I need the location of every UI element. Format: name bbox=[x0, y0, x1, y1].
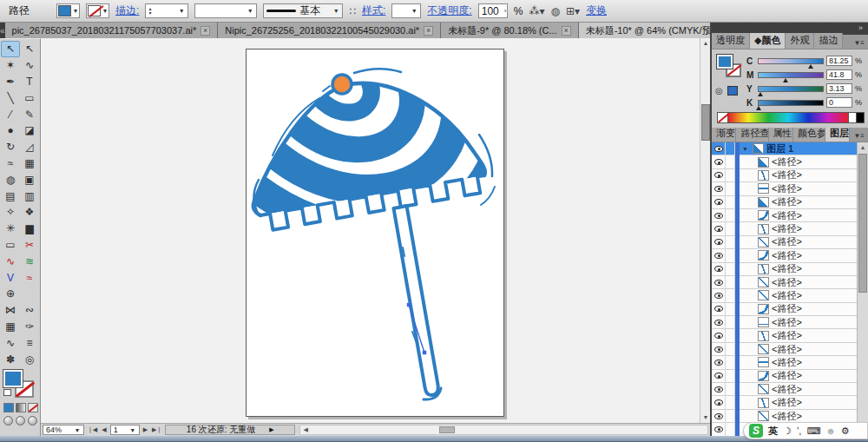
eye-icon[interactable] bbox=[714, 333, 723, 339]
layers-scrollbar[interactable]: ▲ ▼ bbox=[857, 142, 868, 437]
path-label[interactable]: <路径> bbox=[772, 155, 802, 168]
path-thumbnail[interactable] bbox=[758, 371, 769, 381]
eye-icon[interactable] bbox=[714, 199, 723, 205]
horizontal-scroll-thumb[interactable] bbox=[439, 426, 455, 433]
path-label[interactable]: <路径> bbox=[772, 383, 802, 396]
path-label[interactable]: <路径> bbox=[772, 222, 802, 235]
path-thumbnail[interactable] bbox=[758, 277, 769, 287]
path-row-1[interactable]: <路径> bbox=[712, 169, 868, 182]
path-label[interactable]: <路径> bbox=[772, 262, 802, 275]
path-row-2[interactable]: <路径> bbox=[712, 182, 868, 195]
expand-triangle-icon[interactable]: ▼ bbox=[742, 146, 750, 152]
visibility-cell[interactable] bbox=[712, 346, 725, 353]
channel-value-input[interactable]: 0 bbox=[826, 97, 852, 108]
path-thumbnail[interactable] bbox=[758, 264, 769, 274]
path-row-4[interactable]: <路径> bbox=[712, 209, 868, 222]
lock-cell[interactable] bbox=[725, 142, 735, 155]
ime-language-toggle[interactable]: 英 bbox=[768, 425, 778, 438]
visibility-cell[interactable] bbox=[712, 266, 725, 272]
color-tab-3[interactable]: 描边 bbox=[814, 33, 843, 49]
fill-proxy-swatch[interactable] bbox=[717, 55, 733, 69]
ime-moon-icon[interactable]: ☽ bbox=[783, 426, 792, 437]
wave-tool[interactable]: ≈ bbox=[20, 269, 39, 286]
scribble-tool[interactable]: ∿ bbox=[1, 334, 20, 351]
scale-tool[interactable]: ◿ bbox=[20, 139, 39, 155]
path-row-10[interactable]: <路径> bbox=[712, 289, 868, 302]
path-thumbnail[interactable] bbox=[758, 411, 769, 421]
layers-tab-1[interactable]: 路径查 bbox=[736, 126, 768, 142]
document-tab-2[interactable]: 未标题-9* @ 80.18% (C...× bbox=[441, 23, 578, 38]
visibility-cell[interactable] bbox=[712, 146, 725, 152]
path-label[interactable]: <路径> bbox=[772, 289, 802, 302]
artboard-number-combo[interactable]: 1 ▾ bbox=[110, 425, 140, 435]
slider-thumb-icon[interactable] bbox=[758, 92, 763, 96]
artboard[interactable] bbox=[246, 49, 504, 417]
select-similar-icon[interactable]: ⁂▾ bbox=[529, 5, 544, 17]
fill-color-swatch[interactable] bbox=[58, 5, 71, 16]
lock-cell[interactable] bbox=[725, 302, 735, 315]
paint-none-button[interactable] bbox=[28, 403, 38, 412]
eye-icon[interactable] bbox=[714, 399, 723, 406]
crystallize-tool[interactable]: ▦ bbox=[1, 319, 20, 335]
opacity-link[interactable]: 不透明度: bbox=[427, 3, 471, 18]
panel-menu-icon[interactable]: ▼≡ bbox=[850, 37, 868, 49]
eye-icon[interactable] bbox=[714, 253, 723, 259]
paint-color-button[interactable] bbox=[3, 403, 14, 412]
eye-icon[interactable] bbox=[714, 413, 723, 419]
history-status[interactable]: 16 次还原: 无重做 ▶ bbox=[165, 425, 295, 435]
layer-row-main[interactable]: ▼图层 1 bbox=[712, 142, 868, 155]
artboard-tool[interactable]: ▭ bbox=[1, 237, 20, 254]
slider-thumb-icon[interactable] bbox=[783, 78, 788, 82]
path-label[interactable]: <路径> bbox=[772, 396, 802, 409]
mesh-tool[interactable]: ▤ bbox=[1, 188, 20, 204]
panel-menu-icon[interactable]: ▼≡ bbox=[850, 130, 868, 142]
paint-gradient-button[interactable] bbox=[16, 403, 26, 412]
slider-thumb-icon[interactable] bbox=[756, 106, 761, 110]
path-label[interactable]: <路径> bbox=[772, 209, 802, 222]
style-combo[interactable]: ▾ bbox=[391, 3, 421, 18]
hand-tool[interactable]: ✽ bbox=[1, 351, 20, 367]
width-tool[interactable]: ≈ bbox=[1, 155, 20, 172]
eye-icon[interactable] bbox=[714, 320, 723, 326]
recolor-artwork-icon[interactable]: ∷ bbox=[349, 5, 356, 17]
close-icon[interactable]: × bbox=[424, 26, 433, 36]
eye-icon[interactable] bbox=[714, 426, 723, 432]
web-safe-color-swatch[interactable] bbox=[727, 86, 738, 96]
zoom-tool[interactable]: ◎ bbox=[20, 351, 39, 367]
visibility-cell[interactable] bbox=[712, 373, 725, 379]
visibility-cell[interactable] bbox=[712, 399, 725, 406]
path-thumbnail[interactable] bbox=[758, 183, 769, 194]
eye-icon[interactable] bbox=[714, 146, 723, 152]
history-menu-icon[interactable]: ▶ bbox=[269, 426, 273, 433]
layers-tab-0[interactable]: 渐变 bbox=[712, 126, 736, 142]
screen-mode-normal-button[interactable] bbox=[3, 416, 13, 426]
path-thumbnail[interactable] bbox=[758, 344, 769, 354]
selection-tool[interactable]: ↖ bbox=[1, 41, 20, 57]
ime-settings-icon[interactable]: ⚙ bbox=[841, 426, 850, 437]
color-tab-0[interactable]: 透明度 bbox=[712, 33, 750, 49]
screen-mode-full-button[interactable] bbox=[28, 416, 37, 426]
fill-proxy-swatch[interactable] bbox=[3, 370, 23, 387]
layers-scroll-thumb[interactable] bbox=[858, 154, 867, 293]
layer-name[interactable]: 图层 1 bbox=[766, 142, 793, 155]
path-row-8[interactable]: <路径> bbox=[712, 263, 868, 276]
path-label[interactable]: <路径> bbox=[772, 195, 802, 208]
visibility-cell[interactable] bbox=[712, 172, 725, 178]
channel-slider[interactable] bbox=[758, 86, 824, 92]
lock-cell[interactable] bbox=[725, 409, 735, 422]
canvas-horizontal-scrollbar[interactable]: ◀ bbox=[299, 425, 708, 435]
path-row-17[interactable]: <路径> bbox=[712, 383, 868, 396]
eye-icon[interactable] bbox=[714, 280, 723, 286]
lock-cell[interactable] bbox=[725, 208, 735, 221]
ime-keyboard-icon[interactable]: ⌨ bbox=[806, 426, 820, 437]
lock-cell[interactable] bbox=[725, 342, 735, 355]
path-label[interactable]: <路径> bbox=[772, 343, 802, 356]
appearance-sphere-icon[interactable]: ◍ bbox=[550, 5, 559, 17]
visibility-cell[interactable] bbox=[712, 426, 725, 432]
lock-cell[interactable] bbox=[725, 289, 735, 302]
layers-tab-4[interactable]: 图层 bbox=[825, 126, 850, 142]
lock-cell[interactable] bbox=[725, 275, 735, 288]
align-menu-icon[interactable]: ⊞▾ bbox=[566, 5, 580, 17]
lock-cell[interactable] bbox=[725, 356, 735, 369]
visibility-cell[interactable] bbox=[712, 413, 725, 419]
